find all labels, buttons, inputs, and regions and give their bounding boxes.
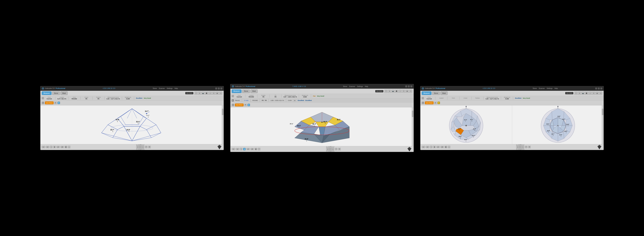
zoom-x3-1[interactable]: x3 (56, 146, 60, 148)
toolbar-icon-lock-1[interactable]: ⊙ (208, 92, 212, 95)
win-minimize-3[interactable] (595, 88, 597, 89)
toolbar-icon-cam-2b[interactable]: 🎥 (395, 90, 398, 93)
measure-btn-2[interactable]: Measure (232, 89, 242, 93)
bottom-icon-diamond2-1[interactable]: ◆ (53, 146, 56, 148)
toolbar-icon-grid-2[interactable]: ⊞ (388, 90, 391, 93)
sub-icon-color-1[interactable]: ◉ (58, 102, 60, 104)
mark-btn-2[interactable]: Mark (250, 89, 258, 93)
bottom-icon-sq-2[interactable]: ▣ (254, 148, 257, 150)
scrollbar-thumb-2[interactable] (412, 111, 414, 117)
nav-down-3[interactable]: ▼ (519, 148, 522, 150)
nav-help-1[interactable]: Help (174, 88, 178, 89)
nav-stone-1[interactable]: Stone (153, 88, 157, 89)
nav-right-3[interactable]: ▶ (522, 146, 524, 148)
zoom-x2-2[interactable]: x2 (236, 148, 240, 150)
win-maximize-3[interactable] (598, 88, 600, 89)
win-close-3[interactable] (600, 88, 602, 89)
win-close-1[interactable] (220, 88, 222, 89)
auto-recut-btn-2[interactable]: Auto Recut (235, 104, 244, 106)
zoom-x8-2[interactable]: x8 (250, 148, 254, 150)
bottom-icon-diamond-2b[interactable]: ◆ (243, 148, 246, 150)
stone-btn-3[interactable]: Stone (432, 91, 440, 95)
bottom-gear-3[interactable]: ⚙ (528, 146, 531, 148)
toolbar-icon-pct-3[interactable]: % (599, 92, 602, 95)
nav-settings-3[interactable]: Settings (547, 88, 552, 89)
zoom-x3-2[interactable]: x3 (246, 148, 250, 150)
sub-icon-cam-2[interactable]: ⊲ (232, 104, 234, 106)
bottom-gear-1[interactable]: ⚙ (148, 146, 151, 148)
stone-btn-1[interactable]: Stone (52, 91, 60, 95)
bottom-icon-lines-1[interactable]: ≡ (68, 146, 70, 148)
zoom-x1-2[interactable]: x1 (232, 148, 235, 150)
nav-right-1[interactable]: ▶ (142, 146, 144, 148)
win-minimize-1[interactable] (215, 88, 217, 89)
bottom-icon-sq-1[interactable]: ▣ (64, 146, 67, 148)
toolbar-icon-gear-3[interactable]: ⚙ (592, 92, 595, 95)
nav-left-3[interactable]: ◀ (516, 146, 519, 148)
toolbar-icon-pct-2[interactable]: % (409, 90, 412, 93)
bottom-icon-diamond-1[interactable]: ◇ (50, 146, 52, 148)
mark-btn-3[interactable]: Mark (440, 91, 448, 95)
scrollbar-thumb-3[interactable] (602, 109, 604, 115)
nav-center-1[interactable]: · (139, 146, 142, 148)
nav-scanner-1[interactable]: Scanner (159, 88, 165, 89)
toolbar-icon-cam-1[interactable]: 📷 (202, 92, 205, 95)
auto-recut-btn-1[interactable]: Auto Recut (45, 101, 54, 104)
sub-icon-eye-1[interactable]: 👁 (54, 102, 57, 104)
toolbar-icon-bar-2[interactable]: ▦ (406, 90, 409, 93)
nav-down-1[interactable]: ▼ (139, 148, 142, 150)
win-maximize-2[interactable] (408, 85, 410, 87)
bottom-icon-lines-2[interactable]: ≡ (258, 148, 260, 150)
toolbar-icon-gear-2[interactable]: ⚙ (402, 90, 405, 93)
zoom-x8-3[interactable]: x8 (440, 146, 444, 148)
nav-stone-3[interactable]: Stone (532, 88, 537, 89)
zoom-x8-1[interactable]: x8 (60, 146, 64, 148)
nav-down-2[interactable]: ▼ (329, 151, 332, 152)
edit-btn-2[interactable]: Edit (293, 100, 296, 101)
nav-left-2[interactable]: ◀ (326, 148, 329, 150)
nav-right-2[interactable]: ▶ (332, 148, 334, 150)
bottom-rotate-1[interactable]: ⟳ (145, 146, 148, 148)
bottom-icon-diamond-2a[interactable]: ◇ (240, 148, 242, 150)
win-minimize-2[interactable] (405, 85, 407, 87)
toolbar-icon-menu-3[interactable]: ☰ (574, 92, 578, 95)
toolbar-icon-lock-3[interactable]: ⊙ (588, 92, 592, 95)
bottom-rotate-3[interactable]: ⟳ (525, 146, 528, 148)
nav-scanner-2[interactable]: Scanner (349, 86, 355, 87)
stone-btn-2[interactable]: Stone (242, 89, 250, 93)
toolbar-icon-cam-3b[interactable]: 🎥 (585, 92, 588, 95)
win-close-2[interactable] (410, 85, 412, 87)
nav-settings-2[interactable]: Settings (357, 86, 363, 87)
toolbar-icon-lock-2[interactable]: ⊙ (398, 90, 402, 93)
win-maximize-1[interactable] (218, 88, 220, 89)
auto-recut-btn-3[interactable]: Auto Recut (425, 101, 434, 104)
nav-center-2[interactable]: · (329, 148, 332, 150)
nav-help-3[interactable]: Help (554, 88, 558, 89)
bottom-icon-diamond-3b[interactable]: ◆ (433, 146, 436, 148)
bottom-icon-diamond-3a[interactable]: ◇ (430, 146, 432, 148)
bottom-icon-lines-3[interactable]: ≡ (448, 146, 450, 148)
nav-center-3[interactable]: · (519, 146, 522, 148)
zoom-x3-3[interactable]: x3 (436, 146, 440, 148)
bottom-gear-2[interactable]: ⚙ (338, 148, 341, 150)
toolbar-icon-grid-1[interactable]: ⊞ (198, 92, 201, 95)
sub-icon-cam-3[interactable]: ⊲ (422, 102, 424, 104)
nav-settings-1[interactable]: Settings (167, 88, 172, 89)
bottom-icon-sq-3[interactable]: ▣ (444, 146, 447, 148)
sub-icon-eye-3[interactable]: 👁 (434, 102, 437, 104)
toolbar-icon-pct-1[interactable]: % (219, 92, 222, 95)
scrollbar-thumb-1[interactable] (222, 109, 224, 115)
mark-btn-1[interactable]: Mark (60, 91, 68, 95)
nav-scanner-3[interactable]: Scanner (539, 88, 545, 89)
toolbar-icon-menu-2[interactable]: ☰ (384, 90, 388, 93)
toolbar-icon-cam2-1[interactable]: 🎥 (205, 92, 208, 95)
toolbar-icon-bar-1[interactable]: ▦ (216, 92, 219, 95)
scrollbar-v-2[interactable] (412, 107, 414, 146)
scrollbar-v-3[interactable] (602, 105, 604, 144)
toolbar-icon-gear-1[interactable]: ⚙ (212, 92, 215, 95)
measure-btn-3[interactable]: Measure (422, 91, 432, 95)
toolbar-icon-cam-2a[interactable]: 📷 (392, 90, 394, 93)
zoom-x1-1[interactable]: x1 (42, 146, 45, 148)
toolbar-icon-bar-3[interactable]: ▦ (596, 92, 599, 95)
scrollbar-v-1[interactable] (222, 105, 224, 144)
